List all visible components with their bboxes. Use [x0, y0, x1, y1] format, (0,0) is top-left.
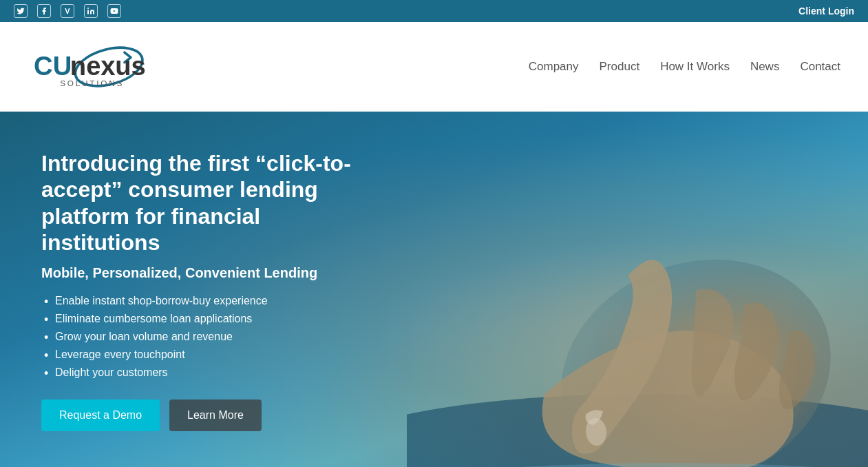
- hero-title: Introducing the first “click-to-accept” …: [41, 150, 372, 256]
- top-bar: V Client Login: [0, 0, 868, 22]
- logo-svg: CU nex us SOLUTIONS: [28, 36, 165, 98]
- client-login-link[interactable]: Client Login: [798, 6, 854, 17]
- request-demo-button[interactable]: Request a Demo: [41, 399, 160, 431]
- logo-container: CU nex us SOLUTIONS: [28, 36, 165, 98]
- nav-news[interactable]: News: [750, 60, 780, 74]
- vimeo-icon[interactable]: V: [61, 4, 74, 18]
- bullet-2: Eliminate cumbersome loan applications: [41, 313, 372, 325]
- nav-company[interactable]: Company: [529, 60, 579, 74]
- bullet-3: Grow your loan volume and revenue: [41, 331, 372, 343]
- hero-bullets: Enable instant shop-borrow-buy experienc…: [41, 295, 372, 379]
- social-icons: V: [14, 4, 121, 18]
- svg-text:CU: CU: [34, 51, 72, 81]
- svg-text:SOLUTIONS: SOLUTIONS: [60, 79, 124, 88]
- nav-contact[interactable]: Contact: [800, 60, 840, 74]
- nav-menu: Company Product How It Works News Contac…: [529, 60, 840, 74]
- bullet-4: Leverage every touchpoint: [41, 349, 372, 361]
- twitter-icon[interactable]: [14, 4, 28, 18]
- hero-buttons: Request a Demo Learn More: [41, 399, 372, 431]
- learn-more-button[interactable]: Learn More: [169, 399, 262, 431]
- svg-point-0: [87, 8, 89, 9]
- nav-product[interactable]: Product: [600, 60, 640, 74]
- youtube-icon[interactable]: [107, 4, 121, 18]
- nav-how-it-works[interactable]: How It Works: [660, 60, 730, 74]
- linkedin-icon[interactable]: [84, 4, 98, 18]
- svg-text:us: us: [115, 51, 146, 81]
- header: CU nex us SOLUTIONS Company Product How …: [0, 22, 868, 112]
- hero-subtitle: Mobile, Personalized, Convenient Lending: [41, 265, 372, 281]
- svg-text:nex: nex: [70, 51, 116, 81]
- bullet-5: Delight your customers: [41, 366, 372, 379]
- hero-content: Introducing the first “click-to-accept” …: [0, 123, 413, 459]
- hero-hand-illustration: [407, 153, 868, 467]
- bullet-1: Enable instant shop-borrow-buy experienc…: [41, 295, 372, 307]
- hero-section: Introducing the first “click-to-accept” …: [0, 112, 868, 467]
- facebook-icon[interactable]: [37, 4, 51, 18]
